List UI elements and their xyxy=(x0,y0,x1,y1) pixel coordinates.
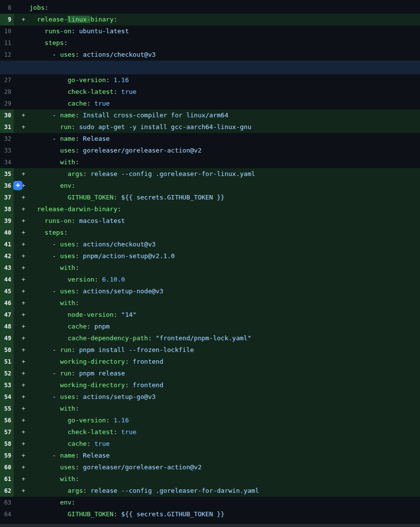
code-line: release-darwin-binary: xyxy=(29,203,121,215)
line-number[interactable]: 37 xyxy=(0,192,14,203)
code-segment: : xyxy=(44,4,48,11)
bottom-divider xyxy=(0,524,420,527)
code-line: args: release --config .goreleaser-for-d… xyxy=(29,485,259,497)
line-number[interactable]: 35 xyxy=(0,168,14,180)
code-segment: goreleaser/goreleaser-action@v2 xyxy=(83,147,202,154)
diff-row-line-53: 53+ working-directory: frontend xyxy=(0,379,420,391)
line-number[interactable]: 58 xyxy=(0,438,14,450)
diff-file-view: 8jobs:9+ release-linux-binary:10 runs-on… xyxy=(0,0,420,527)
line-number[interactable]: 9 xyxy=(0,14,14,25)
line-number[interactable]: 11 xyxy=(0,37,14,49)
line-number[interactable]: 34 xyxy=(0,156,14,168)
line-number[interactable]: 28 xyxy=(0,86,14,98)
code-segment: with xyxy=(60,299,75,307)
diff-row-line-8: 8jobs: xyxy=(0,2,420,14)
code-segment: with xyxy=(60,475,75,483)
diff-row-line-54: 54+ - uses: actions/setup-go@v3 xyxy=(0,391,420,403)
line-number[interactable]: 53 xyxy=(0,379,14,391)
diff-marker xyxy=(14,145,29,156)
line-number[interactable]: 47 xyxy=(0,309,14,321)
diff-marker: + xyxy=(14,168,29,180)
code-segment: name xyxy=(60,135,75,142)
diff-marker: + xyxy=(14,203,29,215)
line-number[interactable]: 44 xyxy=(0,274,14,285)
code-segment: true xyxy=(94,440,110,447)
line-number[interactable]: 27 xyxy=(0,74,14,86)
line-number[interactable]: 45 xyxy=(0,285,14,297)
line-number[interactable]: 54 xyxy=(0,391,14,403)
line-number[interactable]: 57 xyxy=(0,426,14,438)
expand-hunk-bar[interactable] xyxy=(0,61,420,74)
line-number[interactable]: 30 xyxy=(0,110,14,121)
line-number[interactable]: 36 xyxy=(0,180,14,192)
line-number[interactable]: 61 xyxy=(0,473,14,485)
line-number[interactable]: 41 xyxy=(0,239,14,250)
code-line: env: xyxy=(29,180,75,192)
line-number[interactable]: 42 xyxy=(0,250,14,262)
code-segment: - xyxy=(29,111,60,119)
diff-marker: + xyxy=(14,379,29,391)
line-number[interactable]: 59 xyxy=(0,450,14,461)
code-segment: : xyxy=(87,440,94,447)
line-number[interactable]: 33 xyxy=(0,145,14,156)
code-segment: frontend xyxy=(133,381,163,389)
diff-marker xyxy=(14,98,29,110)
code-segment: ubuntu-latest xyxy=(79,27,129,35)
diff-marker: + xyxy=(14,368,29,379)
code-segment: : xyxy=(71,217,79,224)
diff-marker: + xyxy=(14,461,29,473)
code-segment: 6.10.0 xyxy=(102,276,125,283)
line-number[interactable]: 32 xyxy=(0,133,14,145)
diff-row-line-39: 39+ runs-on: macos-latest xyxy=(0,215,420,227)
code-segment xyxy=(29,194,67,201)
line-number[interactable]: 10 xyxy=(0,25,14,37)
line-number[interactable]: 39 xyxy=(0,215,14,227)
code-segment: actions/setup-node@v3 xyxy=(83,287,163,295)
code-segment: - xyxy=(29,51,60,58)
code-segment: go-version xyxy=(67,76,106,84)
line-number[interactable]: 29 xyxy=(0,98,14,110)
code-segment: steps xyxy=(44,229,64,236)
code-line: runs-on: ubuntu-latest xyxy=(29,25,129,37)
code-segment: actions/checkout@v3 xyxy=(83,51,156,58)
line-number[interactable]: 48 xyxy=(0,321,14,332)
line-number[interactable]: 8 xyxy=(0,2,14,14)
diff-row-line-9: 9+ release-linux-binary: xyxy=(0,14,420,25)
line-number[interactable]: 60 xyxy=(0,461,14,473)
code-segment xyxy=(29,147,60,154)
code-segment: - xyxy=(29,452,60,459)
code-segment: cache xyxy=(67,100,87,107)
code-line: working-directory: frontend xyxy=(29,356,163,368)
code-line: GITHUB_TOKEN: ${{ secrets.GITHUB_TOKEN }… xyxy=(29,192,224,203)
code-segment: : xyxy=(113,194,121,201)
line-number[interactable]: 55 xyxy=(0,403,14,415)
diff-row-line-52: 52+ - run: pnpm release xyxy=(0,368,420,379)
line-number[interactable]: 52 xyxy=(0,368,14,379)
code-segment: : xyxy=(87,100,94,107)
code-segment xyxy=(29,123,60,131)
code-segment: : xyxy=(71,370,79,377)
code-segment: - xyxy=(29,135,60,142)
line-number[interactable]: 56 xyxy=(0,415,14,426)
line-number[interactable]: 62 xyxy=(0,485,14,497)
line-number[interactable]: 12 xyxy=(0,49,14,61)
code-segment xyxy=(29,487,67,494)
line-number[interactable]: 40 xyxy=(0,227,14,239)
line-number[interactable]: 43 xyxy=(0,262,14,274)
line-number[interactable]: 49 xyxy=(0,332,14,344)
line-number[interactable]: 46 xyxy=(0,297,14,309)
line-number[interactable]: 31 xyxy=(0,121,14,133)
line-number[interactable]: 63 xyxy=(0,497,14,508)
code-line: - uses: actions/setup-go@v3 xyxy=(29,391,155,403)
code-line: cache: pnpm xyxy=(29,321,110,332)
code-segment: cache-dependency-path xyxy=(67,334,148,342)
code-segment: : xyxy=(71,499,75,506)
line-number[interactable]: 64 xyxy=(0,508,14,520)
line-number[interactable]: 50 xyxy=(0,344,14,356)
line-number[interactable]: 38 xyxy=(0,203,14,215)
code-segment xyxy=(29,299,60,307)
line-number[interactable]: 51 xyxy=(0,356,14,368)
add-comment-button[interactable]: + xyxy=(13,181,22,190)
code-segment: : xyxy=(113,16,117,23)
code-segment: pnpm/action-setup@v2.1.0 xyxy=(83,252,175,260)
